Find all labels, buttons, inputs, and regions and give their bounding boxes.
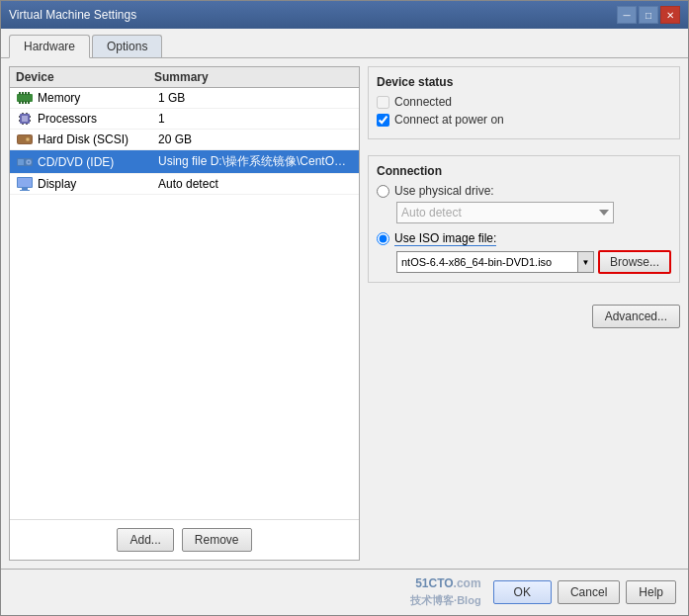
advanced-button[interactable]: Advanced... [592,305,680,328]
svg-rect-10 [22,116,28,122]
title-bar: Virtual Machine Settings ─ □ ✕ [1,1,688,29]
svg-rect-12 [19,120,20,122]
svg-rect-30 [20,190,30,191]
connected-row: Connected [377,95,671,109]
iso-path-input[interactable] [396,251,578,273]
virtual-machine-settings-window: Virtual Machine Settings ─ □ ✕ Hardware … [0,0,689,616]
use-iso-label: Use ISO image file: [394,231,496,246]
svg-rect-4 [28,92,30,95]
device-row-memory[interactable]: Memory 1 GB [10,88,359,109]
svg-rect-3 [25,92,27,95]
window-title: Virtual Machine Settings [9,8,136,22]
minimize-button[interactable]: ─ [617,6,637,24]
use-iso-row: Use ISO image file: [377,231,671,246]
processor-icon [16,112,34,126]
browse-button[interactable]: Browse... [598,250,671,274]
device-row-processors[interactable]: Processors 1 [10,109,359,130]
connection-section: Connection Use physical drive: Auto dete… [368,155,680,283]
svg-rect-18 [26,124,28,125]
svg-rect-1 [19,92,21,95]
connect-power-label: Connect at power on [394,113,504,127]
use-physical-radio[interactable] [377,185,389,198]
physical-drive-dropdown[interactable]: Auto detect [396,202,614,223]
svg-rect-11 [19,116,20,118]
device-name-harddisk: Hard Disk (SCSI) [38,132,158,146]
col-device-header: Device [16,70,154,84]
svg-rect-6 [22,101,24,104]
remove-button[interactable]: Remove [182,528,252,552]
main-content: Device Summary [1,58,688,569]
use-iso-radio[interactable] [377,232,389,245]
svg-point-22 [27,138,29,140]
device-summary-processors: 1 [158,112,353,126]
memory-icon [16,91,34,105]
device-list-footer: Add... Remove [10,519,359,560]
bottom-buttons: OK Cancel Help [493,580,676,604]
table-header: Device Summary [10,67,359,88]
right-panel: Device status Connected Connect at power… [368,66,680,561]
device-row-cddvd[interactable]: CD/DVD (IDE) Using file D:\操作系统镜像\CentOS… [10,150,359,174]
device-name-processors: Processors [38,112,158,126]
svg-rect-2 [22,92,24,95]
svg-rect-14 [30,120,31,122]
iso-dropdown-btn[interactable]: ▼ [578,251,594,273]
svg-rect-29 [22,188,28,190]
device-list-panel: Device Summary [9,66,360,561]
iso-file-row: ▼ Browse... [396,250,671,274]
connected-checkbox[interactable] [377,96,389,109]
advanced-row: Advanced... [368,305,680,328]
device-name-display: Display [38,177,158,191]
connection-title: Connection [377,164,671,178]
device-summary-memory: 1 GB [158,91,353,105]
cddvd-icon [16,155,34,169]
device-row-harddisk[interactable]: Hard Disk (SCSI) 20 GB [10,130,359,150]
svg-rect-28 [18,178,32,187]
svg-rect-7 [25,101,27,104]
ok-button[interactable]: OK [493,580,552,604]
bottom-bar: 51CTO.com 技术博客·Blog OK Cancel Help [1,569,688,615]
svg-rect-0 [17,94,33,102]
harddisk-icon [16,132,34,146]
help-button[interactable]: Help [626,580,676,604]
svg-rect-15 [22,113,24,114]
close-button[interactable]: ✕ [660,6,680,24]
svg-rect-5 [19,101,21,104]
device-summary-cddvd: Using file D:\操作系统镜像\CentOS-6... [158,153,353,170]
use-physical-label: Use physical drive: [394,184,494,198]
auto-detect-row: Auto detect [396,202,671,223]
maximize-button[interactable]: □ [639,6,658,24]
svg-rect-17 [22,124,24,125]
cancel-button[interactable]: Cancel [558,580,620,604]
iso-input-container: ▼ [396,251,594,273]
device-list: Memory 1 GB [10,88,359,519]
connected-label: Connected [394,95,452,109]
device-summary-harddisk: 20 GB [158,132,353,146]
display-icon [16,177,34,191]
tab-hardware[interactable]: Hardware [9,35,90,58]
device-status-section: Device status Connected Connect at power… [368,66,680,139]
col-summary-header: Summary [154,70,353,84]
use-physical-row: Use physical drive: [377,184,671,198]
svg-rect-24 [18,159,24,165]
watermark: 51CTO.com 技术博客·Blog [13,575,481,609]
svg-rect-8 [28,101,30,104]
add-button[interactable]: Add... [117,528,173,552]
device-status-title: Device status [377,75,671,89]
connect-power-checkbox[interactable] [377,114,389,127]
device-name-cddvd: CD/DVD (IDE) [38,155,158,169]
title-bar-controls: ─ □ ✕ [617,6,680,24]
tab-bar: Hardware Options [1,29,688,58]
connect-power-row: Connect at power on [377,113,671,127]
svg-rect-13 [30,116,31,118]
device-name-memory: Memory [38,91,158,105]
device-summary-display: Auto detect [158,177,353,191]
svg-rect-16 [26,113,28,114]
svg-point-26 [28,161,30,163]
device-row-display[interactable]: Display Auto detect [10,174,359,195]
tab-options[interactable]: Options [92,35,162,57]
watermark-area: 51CTO.com 技术博客·Blog [13,575,481,609]
